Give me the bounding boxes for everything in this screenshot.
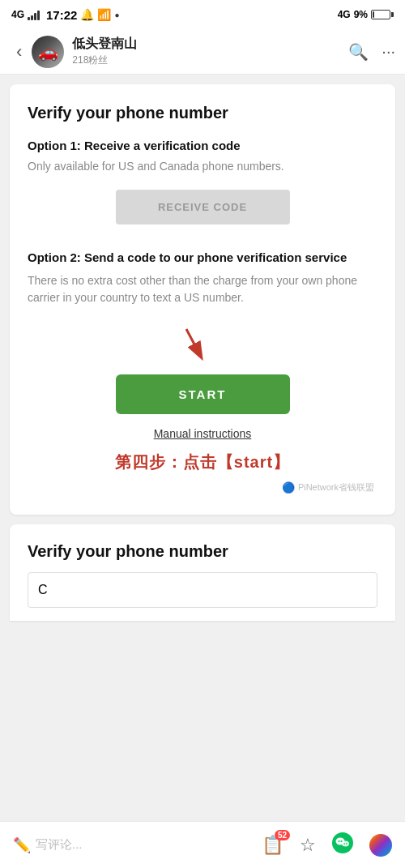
signal-bar-3	[34, 13, 36, 20]
svg-point-5	[341, 840, 343, 842]
arrow-container	[28, 321, 377, 370]
watermark-text: PiNetwork省钱联盟	[298, 481, 374, 494]
pencil-icon: ✏️	[13, 836, 31, 854]
signal-bar-2	[31, 15, 33, 20]
network-type-right: 4G	[338, 9, 351, 20]
svg-point-6	[342, 840, 349, 846]
compose-placeholder: 写评论...	[36, 837, 83, 853]
camera-icon	[369, 834, 392, 857]
option2-section: Option 2: Send a code to our phone verif…	[28, 249, 377, 477]
dot-icon: ●	[114, 11, 119, 19]
verify-card-2: Verify your phone number	[10, 524, 395, 621]
option2-heading: Option 2: Send a code to our phone verif…	[28, 249, 377, 266]
step-annotation: 第四步：点击【start】	[28, 451, 377, 477]
watermark: 🔵 PiNetwork省钱联盟	[28, 477, 377, 495]
time-display: 17:22	[46, 8, 77, 22]
option1-description: Only available for US and Canada phone n…	[28, 159, 377, 175]
svg-point-4	[339, 840, 340, 842]
follower-count: 218粉丝	[72, 53, 348, 67]
card-title: Verify your phone number	[28, 104, 377, 122]
battery-percent: 9%	[354, 9, 368, 20]
notification-badge: 52	[275, 830, 290, 840]
compose-area[interactable]: ✏️ 写评论...	[13, 836, 249, 854]
receive-code-button[interactable]: RECEIVE CODE	[116, 190, 290, 224]
search-button[interactable]: 🔍	[348, 42, 369, 62]
bottom-bar: ✏️ 写评论... 📋 52 ☆	[0, 821, 405, 868]
signal-bars	[28, 9, 40, 20]
nav-info: 低头登南山 218粉丝	[72, 36, 348, 67]
nav-actions: 🔍 ···	[348, 42, 395, 62]
svg-line-1	[186, 329, 201, 357]
manual-instructions-link[interactable]: Manual instructions	[28, 427, 377, 440]
main-content: Verify your phone number Option 1: Recei…	[0, 75, 405, 821]
avatar-image: 🚗	[38, 42, 58, 62]
star-icon-container[interactable]: ☆	[300, 835, 316, 856]
card2-title: Verify your phone number	[28, 542, 377, 561]
svg-point-7	[343, 843, 345, 844]
phone-input[interactable]	[28, 572, 377, 608]
signal-bar-1	[28, 17, 30, 20]
more-button[interactable]: ···	[382, 42, 395, 61]
camera-icon-container[interactable]	[369, 834, 392, 857]
sim-icon: 📶	[97, 8, 111, 21]
status-left: 4G 17:22 🔔 📶 ●	[11, 8, 119, 22]
bottom-icons: 📋 52 ☆	[262, 832, 392, 858]
wechat-icon-container[interactable]	[332, 832, 353, 858]
signal-bar-4	[37, 11, 40, 20]
wechat-icon	[332, 836, 353, 857]
nav-bar: ‹ 🚗 低头登南山 218粉丝 🔍 ···	[0, 29, 405, 75]
battery-icon	[371, 10, 394, 19]
option1-heading: Option 1: Receive a verification code	[28, 139, 377, 152]
avatar: 🚗	[32, 36, 64, 68]
star-icon: ☆	[300, 835, 316, 855]
verify-card-1: Verify your phone number Option 1: Recei…	[10, 84, 395, 515]
status-right: 4G 9%	[338, 9, 394, 20]
start-button[interactable]: START	[116, 374, 290, 414]
network-indicator: 4G	[11, 9, 24, 20]
back-button[interactable]: ‹	[10, 35, 28, 69]
notifications-icon-container[interactable]: 📋 52	[262, 835, 284, 856]
profile-name: 低头登南山	[72, 36, 348, 53]
watermark-icon: 🔵	[282, 481, 295, 494]
arrow-icon	[170, 321, 235, 370]
option2-description: There is no extra cost other than the ch…	[28, 272, 377, 306]
svg-point-8	[346, 843, 347, 844]
status-bar: 4G 17:22 🔔 📶 ● 4G 9%	[0, 0, 405, 29]
notification-bell-icon: 🔔	[80, 8, 94, 21]
